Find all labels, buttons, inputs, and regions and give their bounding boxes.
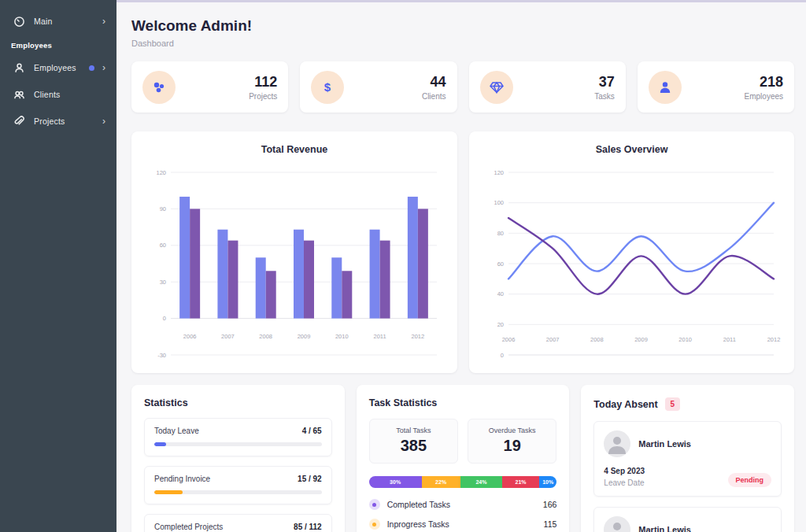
statistics-card: Statistics Today Leave 4 / 65 Pending In… <box>131 385 345 532</box>
bottom-row: Statistics Today Leave 4 / 65 Pending In… <box>131 385 794 532</box>
chart-row: Total Revenue 1209060300-302006200720082… <box>131 131 794 373</box>
stat-value: 44 <box>422 74 446 91</box>
stat-card-tasks[interactable]: 37 Tasks <box>469 61 626 113</box>
svg-text:90: 90 <box>160 205 166 212</box>
task-distribution-bar: 30%22%24%21%10% <box>369 476 557 488</box>
box-label: Overdue Tasks <box>468 427 556 434</box>
notification-dot <box>89 65 94 71</box>
sales-overview-card: Sales Overview 1201008060402002006200720… <box>469 131 794 373</box>
absent-count-badge: 5 <box>665 397 681 411</box>
sidebar-item-employees[interactable]: Employees › <box>0 54 116 81</box>
stat-label: Clients <box>422 92 446 101</box>
sidebar: Main › Employees Employees › Clients Pro… <box>0 0 116 532</box>
sidebar-item-label: Projects <box>34 116 102 126</box>
app-root: Main › Employees Employees › Clients Pro… <box>0 0 806 532</box>
statistics-row-completed-projects: Completed Projects 85 / 112 <box>144 514 332 532</box>
svg-text:2012: 2012 <box>767 336 781 343</box>
svg-text:60: 60 <box>497 260 504 268</box>
svg-text:40: 40 <box>497 290 504 297</box>
card-title: Statistics <box>144 397 332 408</box>
stat-row-value: 4 / 65 <box>302 427 322 435</box>
statistics-row-today-leave: Today Leave 4 / 65 <box>144 418 332 456</box>
card-title: Task Statistics <box>369 397 557 408</box>
chevron-right-icon: › <box>102 63 105 72</box>
svg-text:2010: 2010 <box>335 333 349 340</box>
legend-value: 115 <box>544 519 557 529</box>
sales-overview-line-chart: 1201008060402002006200720082009201020112… <box>482 164 782 363</box>
user-icon <box>13 61 25 74</box>
stat-card-row: 112 Projects $ 44 Clients 37 <box>131 61 794 113</box>
chart-title: Total Revenue <box>144 144 445 155</box>
sidebar-item-label: Employees <box>34 63 89 72</box>
breadcrumb: Dashboard <box>131 39 794 48</box>
diamond-icon <box>480 71 513 104</box>
svg-text:120: 120 <box>156 169 166 176</box>
stat-card-employees[interactable]: 218 Employees <box>638 61 794 113</box>
sidebar-item-label: Main <box>34 17 102 26</box>
absent-name: Martin Lewis <box>638 439 691 449</box>
stat-value: 112 <box>249 74 277 91</box>
total-revenue-card: Total Revenue 1209060300-302006200720082… <box>131 131 457 373</box>
svg-text:0: 0 <box>163 315 166 322</box>
stat-value: 218 <box>745 74 783 91</box>
stat-value: 37 <box>594 74 615 91</box>
legend-value: 166 <box>543 500 557 509</box>
paperclip-icon <box>13 115 25 127</box>
svg-text:2009: 2009 <box>298 333 311 340</box>
sidebar-section-label: Employees <box>0 35 116 54</box>
leave-date-value: 4 Sep 2023 <box>604 467 645 475</box>
svg-text:120: 120 <box>494 169 504 176</box>
sidebar-item-main[interactable]: Main › <box>0 8 116 35</box>
main-content: Welcome Admin! Dashboard 112 Projects $ … <box>116 0 806 532</box>
chevron-right-icon: › <box>102 17 105 26</box>
person-icon <box>649 71 682 104</box>
inprogress-dot-icon <box>369 519 380 530</box>
total-tasks-box: Total Tasks 385 <box>369 419 458 464</box>
svg-text:60: 60 <box>160 242 166 249</box>
avatar <box>604 430 630 457</box>
segment-22%: 22% <box>422 476 460 488</box>
legend-label: Inprogress Tasks <box>387 519 449 529</box>
dashboard-icon <box>13 15 25 28</box>
svg-text:2006: 2006 <box>502 336 516 343</box>
svg-text:$: $ <box>324 80 331 94</box>
absent-entry: Martin Lewis 4 Sep 2023 Leave Date Pendi… <box>593 421 782 497</box>
legend-label: Completed Tasks <box>387 500 450 509</box>
stat-card-clients[interactable]: $ 44 Clients <box>300 61 457 113</box>
svg-text:2011: 2011 <box>723 336 736 343</box>
box-value: 385 <box>370 437 457 455</box>
today-absent-card: Today Absent 5 Martin Lewis 4 Sep 2023 L… <box>581 385 794 532</box>
avatar <box>604 516 630 532</box>
absent-name: Martin Lewis <box>638 525 691 532</box>
stat-row-value: 85 / 112 <box>294 523 322 531</box>
segment-10%: 10% <box>539 476 556 488</box>
completed-dot-icon <box>369 499 380 510</box>
stat-row-label: Today Leave <box>154 427 199 435</box>
svg-text:100: 100 <box>494 199 504 206</box>
sidebar-item-clients[interactable]: Clients <box>0 81 116 108</box>
sidebar-item-projects[interactable]: Projects › <box>0 108 116 135</box>
stat-row-label: Pending Invoice <box>154 475 210 483</box>
chart-title: Sales Overview <box>482 144 782 155</box>
svg-text:20: 20 <box>497 321 504 328</box>
svg-text:2007: 2007 <box>221 333 235 340</box>
svg-text:0: 0 <box>501 352 504 359</box>
absent-entry: Martin Lewis <box>593 507 782 532</box>
statistics-row-pending-invoice: Pending Invoice 15 / 92 <box>144 466 332 504</box>
stat-row-value: 15 / 92 <box>298 475 322 483</box>
task-legend: Completed Tasks 166 Inprogress Tasks 115 <box>369 499 557 530</box>
box-value: 19 <box>468 437 556 455</box>
top-edge-strip <box>116 0 806 2</box>
dollar-icon: $ <box>311 71 344 104</box>
stat-card-projects[interactable]: 112 Projects <box>131 61 288 113</box>
svg-text:30: 30 <box>160 279 166 286</box>
legend-row-inprogress: Inprogress Tasks 115 <box>369 519 557 530</box>
task-statistics-card: Task Statistics Total Tasks 385 Overdue … <box>357 385 570 532</box>
sidebar-item-label: Clients <box>34 90 105 99</box>
stat-label: Projects <box>249 92 277 101</box>
legend-row-completed: Completed Tasks 166 <box>369 499 557 510</box>
page-title: Welcome Admin! <box>131 17 794 35</box>
projects-cluster-icon <box>142 71 176 104</box>
stat-label: Employees <box>745 92 783 101</box>
svg-text:2008: 2008 <box>259 333 272 340</box>
